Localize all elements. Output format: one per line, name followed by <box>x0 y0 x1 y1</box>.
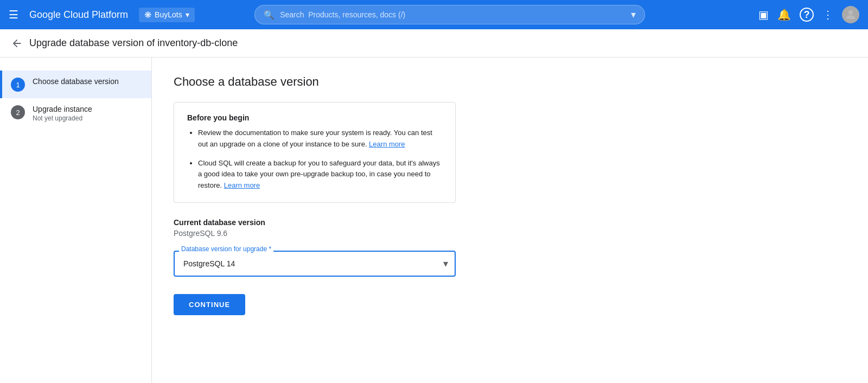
step-2-label: Upgrade instance <box>33 105 92 113</box>
sidebar: 1 Choose database version 2 Upgrade inst… <box>0 58 152 383</box>
main-layout: 1 Choose database version 2 Upgrade inst… <box>0 58 868 383</box>
current-version-value: PostgreSQL 9.6 <box>174 229 846 238</box>
avatar[interactable] <box>842 6 859 23</box>
step-1-content: Choose database version <box>33 77 119 86</box>
project-icon: ❋ <box>144 10 151 20</box>
continue-button[interactable]: CONTINUE <box>174 294 245 315</box>
upgrade-version-field: Database version for upgrade * PostgreSQ… <box>174 251 456 277</box>
menu-icon[interactable]: ☰ <box>9 8 18 21</box>
page-header: Upgrade database version of inventory-db… <box>0 29 868 58</box>
help-icon[interactable]: ? <box>800 8 814 22</box>
required-asterisk: * <box>269 245 271 253</box>
step-2-sublabel: Not yet upgraded <box>33 114 92 122</box>
step-1-number: 1 <box>11 78 25 92</box>
step-1-label: Choose database version <box>33 77 119 86</box>
search-input[interactable] <box>280 10 626 19</box>
step-2-number: 2 <box>11 105 25 119</box>
main-content: Choose a database version Before you beg… <box>152 58 868 383</box>
svg-point-0 <box>848 10 853 15</box>
top-navigation: ☰ Google Cloud Platform ❋ BuyLots ▾ 🔍 ▾ … <box>0 0 868 29</box>
brand-name: Google Cloud Platform <box>29 9 128 21</box>
info-box-title: Before you begin <box>187 113 442 122</box>
info-box-item-2: Cloud SQL will create a backup for you t… <box>198 158 442 192</box>
terminal-icon[interactable]: ▣ <box>758 8 769 21</box>
info-box-list: Review the documentation to make sure yo… <box>187 127 442 192</box>
search-bar[interactable]: 🔍 ▾ <box>254 5 645 24</box>
project-chevron-icon: ▾ <box>186 10 189 19</box>
search-chevron-icon[interactable]: ▾ <box>631 9 636 21</box>
more-options-icon[interactable]: ⋮ <box>822 8 833 21</box>
project-selector[interactable]: ❋ BuyLots ▾ <box>139 8 195 22</box>
page-title: Upgrade database version of inventory-db… <box>29 37 238 49</box>
section-title: Choose a database version <box>174 75 846 89</box>
info-box-item-1: Review the documentation to make sure yo… <box>198 127 442 150</box>
top-nav-actions: ▣ 🔔 ? ⋮ <box>758 6 859 23</box>
learn-more-link-1[interactable]: Learn more <box>369 140 405 148</box>
step-2-content: Upgrade instance Not yet upgraded <box>33 105 92 122</box>
upgrade-field-label: Database version for upgrade * <box>179 245 273 253</box>
search-icon: 🔍 <box>264 10 275 20</box>
notifications-icon[interactable]: 🔔 <box>777 8 791 21</box>
project-name: BuyLots <box>155 10 182 19</box>
info-box: Before you begin Review the documentatio… <box>174 102 456 203</box>
step-2[interactable]: 2 Upgrade instance Not yet upgraded <box>0 98 151 129</box>
upgrade-version-select[interactable]: PostgreSQL 10 PostgreSQL 11 PostgreSQL 1… <box>174 251 456 277</box>
learn-more-link-2[interactable]: Learn more <box>224 181 260 189</box>
step-1[interactable]: 1 Choose database version <box>0 71 151 98</box>
current-version-label: Current database version <box>174 218 846 227</box>
back-button[interactable] <box>11 37 23 49</box>
